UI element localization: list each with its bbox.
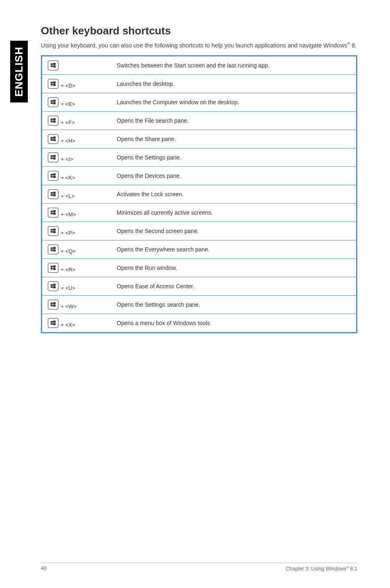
svg-rect-50 bbox=[51, 286, 53, 288]
table-row: + <U>Opens Ease of Access Center. bbox=[42, 277, 357, 296]
key-combo-text: + <W> bbox=[59, 303, 76, 310]
svg-rect-19 bbox=[53, 139, 56, 141]
table-row: + <H>Opens the Share pane. bbox=[42, 130, 357, 148]
svg-rect-33 bbox=[53, 210, 56, 212]
table-row: + <L>Activates the Lock screen. bbox=[42, 185, 357, 204]
desc-cell: Minimizes all currently active screens. bbox=[111, 204, 357, 222]
windows-key-icon bbox=[48, 226, 58, 236]
svg-rect-59 bbox=[53, 323, 56, 325]
svg-rect-39 bbox=[53, 231, 56, 233]
svg-rect-58 bbox=[51, 323, 53, 325]
svg-rect-7 bbox=[53, 84, 56, 86]
windows-key-icon bbox=[48, 245, 58, 254]
chapter-post: 8.1 bbox=[349, 566, 357, 572]
key-cell: + <W> bbox=[42, 296, 111, 314]
svg-rect-28 bbox=[51, 192, 53, 194]
key-cell bbox=[42, 56, 111, 75]
key-cell: + <D> bbox=[42, 75, 111, 93]
desc-cell: Opens the Second screen pane. bbox=[111, 222, 357, 240]
key-cell: + <R> bbox=[42, 259, 111, 277]
svg-rect-14 bbox=[51, 121, 53, 122]
key-combo-text: + <E> bbox=[59, 101, 75, 107]
svg-rect-23 bbox=[53, 157, 56, 159]
intro-pre: Using your keyboard, you can also use th… bbox=[41, 42, 347, 49]
svg-rect-32 bbox=[51, 211, 53, 212]
svg-rect-46 bbox=[51, 268, 53, 269]
windows-key-icon bbox=[48, 300, 58, 310]
svg-rect-56 bbox=[51, 321, 53, 323]
svg-rect-37 bbox=[53, 229, 56, 231]
svg-rect-38 bbox=[51, 231, 53, 233]
key-combo-text: + <K> bbox=[59, 175, 75, 181]
language-tab: ENGLISH bbox=[10, 41, 28, 103]
table-row: + <Q>Opens the Everywhere search pane. bbox=[42, 240, 357, 259]
key-combo-text: + <X> bbox=[59, 322, 75, 328]
svg-rect-8 bbox=[51, 100, 53, 102]
svg-rect-6 bbox=[51, 84, 53, 85]
svg-rect-17 bbox=[53, 137, 56, 139]
svg-rect-26 bbox=[51, 176, 53, 177]
windows-key-icon bbox=[48, 79, 58, 89]
intro-text: Using your keyboard, you can also use th… bbox=[41, 41, 357, 49]
windows-key-icon bbox=[48, 318, 58, 328]
svg-rect-42 bbox=[51, 249, 53, 251]
desc-cell: Opens the Run window. bbox=[111, 259, 357, 277]
svg-rect-10 bbox=[51, 102, 53, 104]
windows-key-icon bbox=[48, 116, 58, 126]
svg-rect-35 bbox=[53, 213, 56, 215]
windows-key-icon bbox=[48, 153, 58, 162]
table-row: + <D>Launches the desktop. bbox=[42, 75, 357, 93]
svg-rect-49 bbox=[53, 284, 56, 286]
svg-rect-54 bbox=[51, 305, 53, 306]
desc-cell: Activates the Lock screen. bbox=[111, 185, 357, 204]
table-row: + <I>Opens the Settings pane. bbox=[42, 148, 357, 167]
windows-key-icon bbox=[48, 263, 58, 273]
svg-rect-52 bbox=[51, 303, 53, 304]
svg-rect-31 bbox=[53, 194, 56, 196]
desc-cell: Opens the Devices pane. bbox=[111, 167, 357, 185]
svg-rect-48 bbox=[51, 284, 53, 286]
svg-rect-1 bbox=[53, 63, 56, 65]
desc-cell: Opens a menu box of Windows tools bbox=[111, 314, 357, 333]
desc-cell: Opens the Settings search pane. bbox=[111, 296, 357, 314]
desc-cell: Opens the Share pane. bbox=[111, 130, 357, 148]
svg-rect-43 bbox=[53, 249, 56, 251]
svg-rect-51 bbox=[53, 286, 56, 288]
svg-rect-47 bbox=[53, 268, 56, 270]
key-cell: + <Q> bbox=[42, 240, 111, 259]
windows-key-icon bbox=[48, 61, 58, 70]
chapter-label: Chapter 3: Using Windows® 8.1 bbox=[286, 566, 357, 572]
intro-post: 8. bbox=[350, 42, 356, 49]
windows-key-icon bbox=[48, 171, 58, 181]
key-combo-text: + <F> bbox=[59, 119, 75, 126]
svg-rect-0 bbox=[51, 63, 53, 65]
page: ENGLISH Other keyboard shortcuts Using y… bbox=[0, 0, 390, 588]
key-cell: + <H> bbox=[42, 130, 111, 148]
svg-rect-9 bbox=[53, 100, 56, 102]
page-footer: 40 Chapter 3: Using Windows® 8.1 bbox=[41, 563, 357, 572]
table-row: + <R>Opens the Run window. bbox=[42, 259, 357, 277]
svg-rect-41 bbox=[53, 247, 56, 249]
svg-rect-57 bbox=[53, 321, 56, 323]
svg-rect-12 bbox=[51, 119, 53, 120]
desc-cell: Launches the desktop. bbox=[111, 75, 357, 93]
key-combo-text: + <L> bbox=[59, 193, 74, 199]
key-combo-text: + <P> bbox=[59, 230, 75, 236]
svg-rect-5 bbox=[53, 81, 56, 83]
svg-rect-11 bbox=[53, 102, 56, 104]
key-cell: + <I> bbox=[42, 148, 111, 167]
svg-rect-40 bbox=[51, 247, 53, 249]
svg-rect-16 bbox=[51, 137, 53, 139]
key-combo-text: + <H> bbox=[59, 138, 75, 144]
table-row: + <F>Opens the File search pane. bbox=[42, 112, 357, 130]
windows-key-icon bbox=[48, 281, 58, 291]
section-title: Other keyboard shortcuts bbox=[41, 25, 357, 37]
table-row: + <E>Launches the Computer window on the… bbox=[42, 93, 357, 112]
key-cell: + <F> bbox=[42, 112, 111, 130]
svg-rect-2 bbox=[51, 65, 53, 67]
table-row: + <X>Opens a menu box of Windows tools bbox=[42, 314, 357, 333]
windows-key-icon bbox=[48, 97, 58, 107]
windows-key-icon bbox=[48, 189, 58, 199]
svg-rect-55 bbox=[53, 305, 56, 307]
svg-rect-21 bbox=[53, 155, 56, 157]
